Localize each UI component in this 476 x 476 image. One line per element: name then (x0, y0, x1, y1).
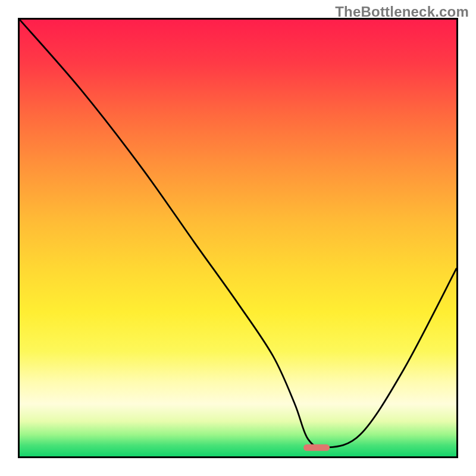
minimum-marker (303, 444, 330, 451)
chart-container: TheBottleneck.com (0, 0, 476, 476)
bottleneck-curve (20, 20, 456, 448)
plot-area (18, 18, 458, 458)
chart-overlay-svg (20, 20, 456, 456)
watermark-text: TheBottleneck.com (335, 4, 469, 20)
